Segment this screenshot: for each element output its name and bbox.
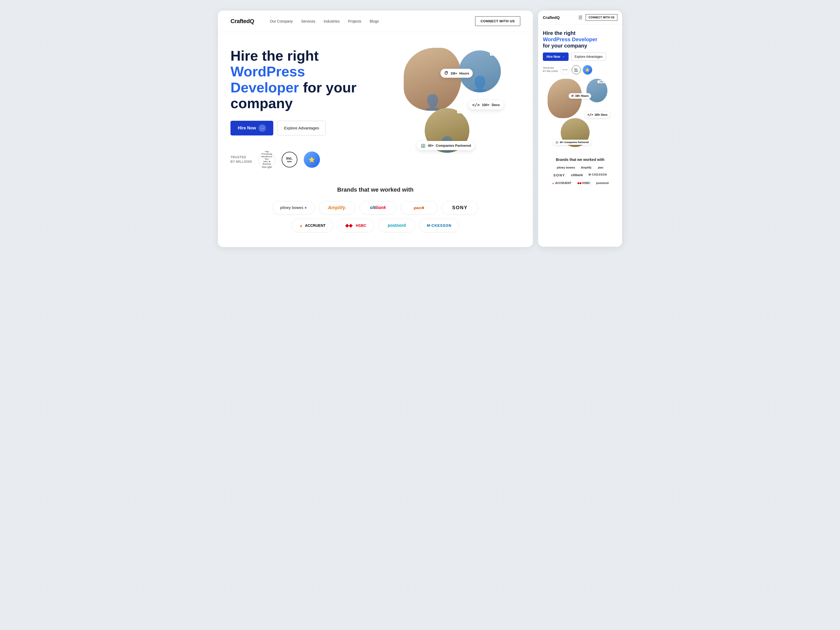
brand-hsbc-label: HSBC [356,223,366,227]
side-inc-number: 5000 [574,70,578,72]
brand-pwc: pwc■ [401,201,437,215]
navbar: CraftedQ Our Company Services Industries… [218,11,533,32]
side-brand-sony: SONY [552,172,567,178]
google-badge-text: Top PromisingWordPress Dev100+ ★ Reviews… [260,150,274,169]
side-title-highlight: WordPress Developer [543,36,597,42]
side-card: CraftedQ ☰ CONNECT WITH US Hire the righ… [538,11,622,247]
side-brands-title: Brands that we worked with [543,158,617,162]
brand-amplify-label: Amplify. [328,205,346,210]
hero-section: Hire the right WordPress Developer for y… [218,32,533,178]
side-stat-companies: 🏢 40+ Companies Partnered [553,140,591,145]
hero-left: Hire the right WordPress Developer for y… [231,48,393,168]
side-google-text: Google [562,69,567,71]
side-logo: CraftedQ [543,15,575,20]
hire-now-arrow-icon: → [259,125,266,132]
trusted-section: TRUSTEDBY MILLIONS Top PromisingWordPres… [231,151,393,168]
side-buttons: Hire Now → Explore Advantages [543,52,617,61]
side-brand-hsbc: ◆◆ HSBC [576,180,592,186]
brand-mckesson-label: M·CKESSON [427,223,452,227]
brand-citibank: citibank [360,201,396,215]
brand-amplify: Amplify. [319,201,355,215]
side-brands-row-3: ▲ ACCRUENT ◆◆ HSBC postnord [543,180,617,186]
brand-pitneybowes-label: pitney bowes ● [280,205,307,210]
side-devs-icon: </> [587,113,593,117]
connect-with-us-button[interactable]: CONNECT WITH US [475,16,520,26]
side-brand-mckesson: M·CKESSON [587,172,608,178]
explore-advantages-button[interactable]: Explore Advantages [278,121,325,136]
side-brands-row-2: SONY citibank M·CKESSON [543,172,617,178]
side-brands-section: Brands that we worked with pitney bowes … [538,154,622,192]
google-badge-circle: Top PromisingWordPress Dev100+ ★ Reviews… [259,151,275,168]
brands-section: Brands that we worked with pitney bowes … [218,178,533,247]
brand-citibank-label: citibank [370,205,386,210]
star-badge: ⭐ [304,152,320,168]
hero-person-1 [404,48,461,111]
nav-services[interactable]: Services [301,19,315,24]
brand-hsbc: ◆◆ HSBC [337,219,374,232]
side-inc-text: Inc. [574,68,578,70]
hero-image-1 [404,48,461,111]
hire-now-label: Hire Now [238,126,256,131]
brand-postnord-label: postnord [388,223,406,228]
side-connect-button[interactable]: CONNECT WITH US [586,14,617,21]
nav-our-company[interactable]: Our Company [270,19,293,24]
side-brand-pwc: pwc [597,165,605,170]
side-explore-button[interactable]: Explore Advantages [571,52,606,61]
side-title: Hire the right WordPress Developer for y… [543,30,617,49]
stat-companies-value: 40+ [428,144,434,147]
side-brands-row-1: pitney bowes Amplify. pwc [543,165,617,170]
brand-sony: SONY [442,201,478,215]
brand-pitneybowes: pitney bowes ● [273,201,314,215]
google-badge: Top PromisingWordPress Dev100+ ★ Reviews… [259,151,275,168]
side-navbar: CraftedQ ☰ CONNECT WITH US [538,11,622,25]
hamburger-icon[interactable]: ☰ [578,15,583,21]
nav-projects[interactable]: Projects [348,19,362,24]
side-devs-text: 100+ Devs [595,114,608,116]
side-hire-arrow: → [562,55,565,58]
brand-accruent: ▲ ACCRUENT [292,219,333,232]
inc-text: Inc. [286,156,293,160]
stat-devs-value: 100+ [482,103,489,107]
companies-icon: 🏢 [420,143,426,148]
side-cms-label: CMS [597,81,605,83]
side-hero: Hire the right WordPress Developer for y… [538,25,622,154]
stat-hours-value: 1M+ [450,71,457,75]
hire-now-button[interactable]: Hire Now → [231,121,273,136]
hours-icon: ⏱ [444,71,448,76]
side-star-badge: ⭐ [583,65,592,74]
side-star-icon: ⭐ [585,68,590,72]
brands-row-1: pitney bowes ● Amplify. citibank pwc■ SO… [231,201,520,215]
side-title-part1: Hire the right [543,30,575,36]
side-brand-pitneybowes: pitney bowes [555,165,577,170]
stat-companies-label: Companies Partnered [436,144,471,147]
side-trusted-label: TRUSTEDBY MILLIONS [543,67,558,73]
hero-title-part1: Hire the right [231,48,319,63]
cms-badge: CMS [490,52,498,56]
hsbc-logo-icon: ◆◆ [345,223,352,228]
brands-row-2: ▲ ACCRUENT ◆◆ HSBC postnord M·CKESSON [231,219,520,232]
stat-devs-label: Devs [492,103,500,107]
side-stat-devs: </> 100+ Devs [585,112,610,118]
inc5000-badge: Inc. 5000 [282,152,297,167]
brand-postnord: postnord [378,219,415,232]
side-person-2: CMS [586,79,608,103]
html-badge: HTML [457,110,467,114]
nav-industries[interactable]: Industries [324,19,339,24]
stat-hours-label: Hours [459,71,469,75]
main-card: CraftedQ Our Company Services Industries… [218,11,533,247]
hero-image-cluster: CMS HTML ⏱ 1M+ Hours </> 100+ Devs [404,48,504,158]
devs-icon: </> [472,103,480,107]
brand-pwc-label: pwc■ [414,205,424,210]
brand-sony-label: SONY [452,205,468,210]
nav-blogs[interactable]: Blogs [369,19,379,24]
side-brand-accruent: ▲ ACCRUENT [550,180,573,186]
side-hire-now-button[interactable]: Hire Now → [543,52,568,61]
hero-title-developer: Developer [231,79,299,95]
side-image-cluster: CMS ⏱ 1M+ Hours </> 100+ Devs 🏢 40+ Comp… [548,79,613,147]
side-hire-label: Hire Now [546,55,560,58]
side-brand-amplify: Amplify. [579,165,594,170]
brands-title: Brands that we worked with [231,186,520,193]
accruent-icon: ▲ [299,223,303,227]
stat-badge-companies: 🏢 40+ Companies Partnered [417,141,475,150]
hero-title: Hire the right WordPress Developer for y… [231,48,393,111]
